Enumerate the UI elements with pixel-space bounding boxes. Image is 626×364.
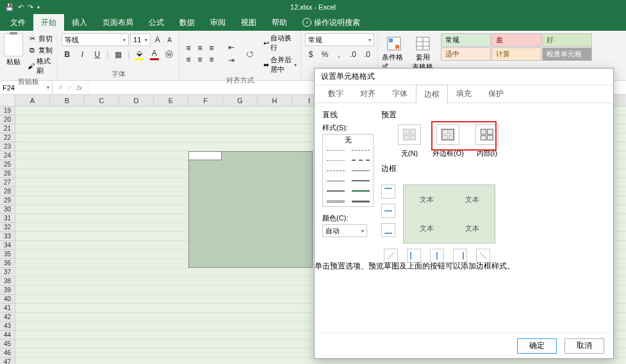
row-header[interactable]: 20 [0,115,15,124]
preset-none[interactable]: 无(N) [398,124,421,158]
tab-formulas[interactable]: 公式 [141,14,172,31]
row-header[interactable]: 38 [0,277,15,286]
decrease-font-icon[interactable]: A [164,34,175,46]
tab-data[interactable]: 数据 [172,14,202,31]
enter-formula-icon[interactable]: ✓ [67,83,73,92]
line-style-option[interactable] [323,165,348,176]
row-header[interactable]: 47 [0,358,15,364]
row-header[interactable]: 45 [0,340,15,349]
row-header[interactable]: 42 [0,313,15,322]
line-style-option[interactable] [323,196,348,206]
col-header[interactable]: G [223,95,258,106]
line-style-option[interactable] [348,176,373,186]
ok-button[interactable]: 确定 [517,338,557,354]
percent-icon[interactable]: % [319,49,331,60]
border-top-button[interactable] [381,185,395,199]
orientation-icon[interactable]: ⭯ [246,48,254,60]
row-header[interactable]: 41 [0,304,15,313]
line-style-none[interactable]: 无 [323,135,373,145]
row-header[interactable]: 39 [0,286,15,295]
border-hmiddle-button[interactable] [381,204,395,218]
tab-view[interactable]: 视图 [233,14,264,31]
dlg-tab-number[interactable]: 数字 [320,84,352,103]
line-style-option[interactable] [323,176,348,186]
row-header[interactable]: 35 [0,250,15,259]
row-header[interactable]: 36 [0,259,15,268]
decrease-decimal-icon[interactable]: .0 [361,49,373,60]
row-header[interactable]: 27 [0,178,15,187]
wrap-text-button[interactable]: ↩自动换行 [263,33,297,53]
dlg-tab-font[interactable]: 字体 [384,84,416,103]
line-style-option[interactable] [323,186,348,196]
save-icon[interactable]: 💾 [5,3,14,12]
align-top-icon[interactable]: ≡ [183,43,194,53]
font-size-combo[interactable]: 11▾ [130,33,151,46]
line-style-option[interactable] [348,145,373,155]
col-header[interactable]: C [85,95,119,106]
line-style-option[interactable] [348,155,373,165]
style-good[interactable]: 好 [542,33,592,47]
name-box[interactable]: F24▾ [0,81,53,94]
row-header[interactable]: 26 [0,169,15,178]
row-header[interactable]: 25 [0,160,15,169]
line-style-option[interactable] [348,186,373,196]
align-middle-icon[interactable]: ≡ [195,43,205,53]
copy-button[interactable]: ⧉复制 [27,45,53,55]
line-style-option[interactable] [323,155,348,165]
row-header[interactable]: 33 [0,232,15,241]
row-header[interactable]: 21 [0,124,15,133]
row-header[interactable]: 24 [0,151,15,160]
tab-file[interactable]: 文件 [3,14,33,31]
col-header[interactable]: A [15,95,50,106]
italic-button[interactable]: I [77,49,88,60]
row-header[interactable]: 19 [0,106,15,115]
conditional-format-button[interactable]: 条件格式 [382,36,406,72]
increase-decimal-icon[interactable]: .0 [347,49,359,60]
decrease-indent-icon[interactable]: ⇤ [226,42,237,53]
align-bottom-icon[interactable]: ≡ [206,43,217,53]
line-style-option[interactable] [348,196,373,206]
number-format-combo[interactable]: 常规▾ [305,33,374,46]
cut-button[interactable]: ✂剪切 [27,33,53,44]
style-bad[interactable]: 差 [491,33,541,47]
border-button[interactable]: ▦ [113,49,124,60]
row-header[interactable]: 46 [0,349,15,358]
tab-help[interactable]: 帮助 [264,14,295,31]
style-normal[interactable]: 常规 [441,33,491,47]
row-header[interactable]: 32 [0,223,15,232]
border-preview[interactable]: 文本 文本 文本 文本 [403,185,495,244]
redo-icon[interactable]: ↷ [28,3,33,12]
font-color-button[interactable]: A [149,49,160,60]
comma-icon[interactable]: , [333,49,345,60]
dlg-tab-align[interactable]: 对齐 [352,84,384,103]
line-style-picker[interactable]: 无 [322,134,374,207]
row-header[interactable]: 44 [0,331,15,340]
row-header[interactable]: 23 [0,142,15,151]
paste-icon[interactable] [4,33,23,56]
dlg-tab-border[interactable]: 边框 [416,85,448,103]
col-header[interactable]: H [258,95,292,106]
col-header[interactable]: E [154,95,188,106]
border-bottom-button[interactable] [381,223,395,237]
alignment-grid[interactable]: ≡ ≡ ≡ ≡ ≡ ≡ [183,43,217,65]
line-style-option[interactable] [348,165,373,176]
row-header[interactable]: 37 [0,268,15,277]
dlg-tab-fill[interactable]: 填充 [448,84,480,103]
font-name-combo[interactable]: 等线▾ [62,33,129,46]
row-header[interactable]: 31 [0,214,15,223]
increase-font-icon[interactable]: A [152,34,163,46]
row-header[interactable]: 28 [0,187,15,196]
col-header[interactable]: B [50,95,85,106]
style-check-cell[interactable]: 检查单元格 [542,47,592,61]
bold-button[interactable]: B [62,49,73,60]
align-center-icon[interactable]: ≡ [195,54,205,65]
increase-indent-icon[interactable]: ⇥ [226,54,237,66]
tab-review[interactable]: 审阅 [202,14,233,31]
paste-label[interactable]: 粘贴 [6,57,21,67]
style-neutral[interactable]: 适中 [441,47,491,61]
row-header[interactable]: 29 [0,196,15,205]
cancel-formula-icon[interactable]: ✕ [58,83,63,92]
style-calculation[interactable]: 计算 [491,47,541,61]
row-header[interactable]: 30 [0,205,15,214]
select-all-corner[interactable] [0,95,15,106]
